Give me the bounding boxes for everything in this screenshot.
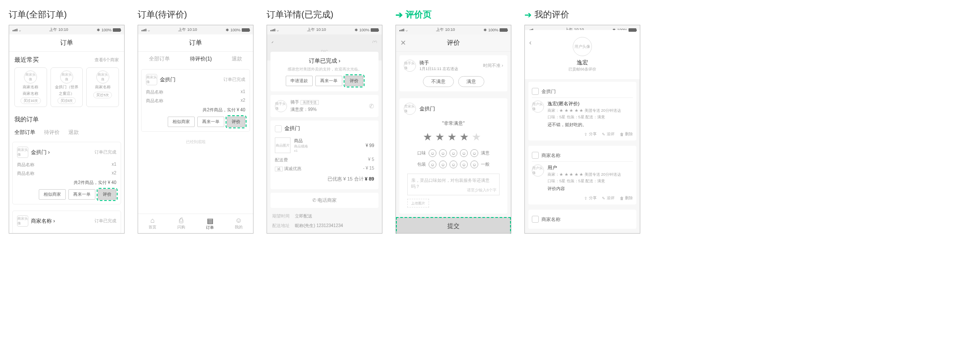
battery-icon — [371, 28, 378, 32]
order-card[interactable]: 商家头像金拱门 ›订单已完成 商品名称x1 商品名称x2 共2件商品，实付 ¥ … — [13, 142, 121, 204]
order-sum: 共2件商品，实付 ¥ 40 — [17, 180, 116, 186]
statusbar: ⌵ 上午 10:10 ✱100% — [396, 25, 511, 34]
recent-shop[interactable]: 商家头像金拱门（世界之窗店）买过8次 — [51, 67, 83, 107]
user-avatar: 用户头像 — [532, 164, 544, 177]
expect-time-value: 立即配送 — [295, 213, 312, 219]
tab-refund[interactable]: 退款 — [232, 55, 242, 63]
review-text: 还不错，挺好吃的。 — [547, 122, 633, 128]
share-button[interactable]: ⇪ 分享 — [584, 195, 597, 201]
screen-title: 订单(全部订单) — [9, 9, 125, 20]
address-label: 配送地址 — [272, 223, 290, 229]
back-icon[interactable]: ‹ — [529, 39, 531, 47]
bluetooth-icon: ✱ — [97, 28, 100, 32]
review-button[interactable]: 评价 — [227, 117, 245, 127]
clipboard-icon: ▤ — [196, 217, 224, 225]
star-rating[interactable]: ★★★★★ — [404, 131, 503, 143]
tab-all[interactable]: 全部订单 — [14, 129, 35, 136]
time-wrong-link[interactable]: 时间不准 › — [483, 63, 503, 69]
similar-button[interactable]: 相似商家 — [39, 189, 66, 200]
bluetooth-icon: ✱ — [483, 28, 487, 32]
navbar: ✕评价 — [396, 34, 511, 52]
reorder-button[interactable]: 再来一单 — [315, 76, 342, 86]
shop-name[interactable]: 金拱门 — [541, 88, 556, 95]
item-qty: x2 — [112, 171, 116, 177]
shop-avatar: 商家头像 — [24, 70, 37, 84]
close-icon[interactable]: ✕ — [400, 39, 406, 47]
shop-name[interactable]: 商家名称 — [541, 216, 561, 223]
reorder-button[interactable]: 再来一单 — [197, 117, 224, 127]
rider-avatar: 骑手头像 — [275, 100, 287, 112]
delete-button[interactable]: 🗑 删除 — [620, 195, 633, 201]
tabbar: ⌂首页 ⎙闪购 ▤订单 ☺我的 — [138, 214, 253, 233]
review-card: 商家名称 用户头像 用户 商家：★ ★ ★ ★ ★ 美团专送 20分钟送达 口味… — [528, 146, 636, 204]
face-icon[interactable]: ☺ — [439, 161, 447, 168]
upload-image-button[interactable]: 上传图片 — [407, 199, 429, 207]
submit-button[interactable]: 提交 — [396, 217, 511, 234]
reorder-button[interactable]: 再来一单 — [68, 189, 95, 200]
satisfied-button[interactable]: 满意 — [458, 76, 484, 87]
nav-title: 订单 — [189, 39, 202, 46]
review-meta: 口味：5星 包装：5星 配送：满意 — [547, 178, 633, 184]
recent-shop[interactable]: 商家头像商家名称买过5次 — [86, 67, 119, 107]
recent-shop[interactable]: 商家头像商家名称商家名称买过10次 — [14, 67, 47, 107]
item-qty: x1 — [240, 89, 245, 95]
product-spec: 商品规格 — [294, 144, 362, 149]
refund-button[interactable]: 申请退款 — [286, 76, 313, 86]
shop-name[interactable]: 金拱门 — [284, 125, 374, 132]
taste-label: 口味 — [417, 150, 426, 156]
tab-refund[interactable]: 退款 — [68, 129, 79, 136]
order-card[interactable]: 商家头像商家名称 ›订单已完成 — [13, 211, 121, 234]
shop-name: 金拱门 — [160, 76, 221, 84]
share-button[interactable]: ⇪ 分享 — [584, 131, 597, 137]
tab-flash[interactable]: ⎙闪购 — [167, 214, 196, 233]
rider-card[interactable]: 骑手头像 骑手 美团专送满意度：99% ✆ — [270, 95, 378, 117]
wifi-icon: ⌵ — [19, 28, 21, 32]
battery-pct: 100% — [230, 28, 240, 32]
total-label: 合计 — [354, 176, 364, 181]
tab-pending[interactable]: 待评价(1) — [190, 55, 212, 63]
shop-icon — [532, 152, 539, 159]
face-icon[interactable]: ☺ — [460, 161, 468, 168]
rider-label: 骑手 — [419, 60, 458, 66]
face-icon[interactable]: ☺ — [439, 149, 447, 157]
delete-button[interactable]: 🗑 删除 — [620, 131, 633, 137]
tab-all[interactable]: 全部订单 — [149, 55, 170, 63]
shop-avatar: 商家头像 — [60, 70, 73, 84]
review-button[interactable]: 评价 — [345, 76, 363, 86]
shop-name[interactable]: 商家名称 — [541, 152, 561, 159]
fee-label: 配送费 — [275, 157, 288, 163]
follow-button[interactable]: ✎ 追评 — [602, 131, 615, 137]
order-done-title[interactable]: 订单已完成 › — [276, 57, 373, 65]
item-name: 商品名称 — [17, 171, 34, 177]
unsatisfied-button[interactable]: 不满意 — [423, 76, 454, 87]
face-icon[interactable]: ☺ — [449, 161, 457, 168]
shop-avatar: 卖家头像 — [404, 103, 416, 115]
call-shop[interactable]: ✆ 电话商家 — [270, 193, 378, 208]
tab-orders[interactable]: ▤订单 — [196, 214, 224, 233]
delivery-time: 1月1日11:11 左右送达 — [419, 66, 458, 72]
face-icon[interactable]: ☺ — [429, 149, 436, 157]
discount-value: - ¥ 15 — [363, 166, 374, 172]
shop-icon — [532, 88, 539, 95]
tab-home[interactable]: ⌂首页 — [138, 214, 167, 233]
rider-label: 骑手 — [291, 100, 299, 104]
navbar: 订单 — [138, 34, 253, 52]
recent-more[interactable]: 查看6个商家 — [95, 57, 119, 63]
face-icon[interactable]: ☺ — [460, 149, 468, 157]
face-icon[interactable]: ☺ — [449, 149, 457, 157]
face-icon[interactable]: ☺ — [470, 161, 478, 168]
screen-pending: ⌵ 上午 10:10 ✱100% 订单 全部订单 待评价(1) 退款 商家头像金… — [138, 25, 253, 234]
tab-pending[interactable]: 待评价 — [44, 129, 60, 136]
tab-me[interactable]: ☺我的 — [224, 214, 253, 233]
review-textarea[interactable]: 亲，菜品口味如何，对包装服务等还满意吗？请至少输入8个字 — [407, 174, 500, 195]
phone-icon[interactable]: ✆ — [369, 103, 374, 110]
order-card[interactable]: 商家头像金拱门订单已完成 商品名称x1 商品名称x2 共2件商品，实付 ¥ 40… — [142, 70, 250, 131]
rider-avatar: 骑手头像 — [404, 60, 416, 72]
rider-sat: 满意度：99% — [291, 107, 365, 113]
my-orders-title: 我的订单 — [14, 116, 39, 124]
follow-button[interactable]: ✎ 追评 — [602, 195, 615, 201]
review-button[interactable]: 评价 — [98, 189, 116, 200]
face-icon[interactable]: ☺ — [470, 149, 478, 157]
face-icon[interactable]: ☺ — [429, 161, 436, 168]
similar-button[interactable]: 相似商家 — [168, 117, 195, 127]
